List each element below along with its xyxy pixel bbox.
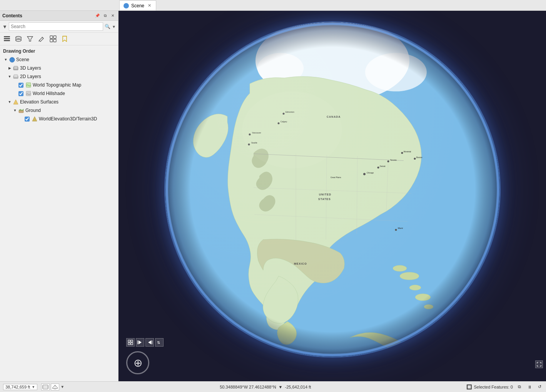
2d-layers-item[interactable]: ▼ 2D Layers	[0, 72, 118, 81]
pause-button[interactable]: ⏸	[526, 384, 533, 390]
scene-expand[interactable]: ▼	[3, 57, 8, 62]
svg-rect-24	[19, 110, 23, 113]
svg-rect-12	[50, 39, 53, 42]
3d-layers-expand[interactable]: ▶	[7, 65, 12, 71]
svg-line-9	[39, 40, 39, 42]
ground-expand[interactable]: ▼	[12, 108, 18, 113]
world-hillshade-checkbox[interactable]	[18, 91, 23, 96]
world-topo-item[interactable]: World Topographic Map	[0, 81, 118, 89]
prev-extent-button[interactable]	[136, 338, 144, 347]
world-hillshade-label: World Hillshade	[33, 91, 65, 96]
filter-layers-icon[interactable]	[25, 34, 35, 43]
view-buttons: ▼	[41, 384, 64, 390]
selected-features-display: 🔲 Selected Features: 0	[466, 384, 513, 390]
main-area: Contents 📌 ⧉ ✕ ▼ 🔍 ▼	[0, 11, 546, 381]
coord-dropdown[interactable]: ▼	[279, 385, 283, 389]
svg-rect-71	[128, 340, 130, 342]
globe: Edmonton Calgary Vancouver Seattle Chica…	[165, 22, 500, 357]
layer-toolbar	[0, 33, 118, 45]
close-panel-button[interactable]: ✕	[110, 13, 116, 19]
svg-rect-73	[128, 343, 130, 345]
ground-item[interactable]: ▼ Ground	[0, 106, 118, 115]
map-view[interactable]: Edmonton Calgary Vancouver Seattle Chica…	[119, 11, 546, 381]
layer-list-icon[interactable]	[2, 34, 12, 43]
scale-dropdown-icon[interactable]: ▼	[32, 385, 35, 389]
ground-icon	[18, 107, 25, 114]
2d-layers-expand[interactable]: ▼	[7, 74, 12, 79]
search-input[interactable]	[9, 22, 103, 31]
svg-rect-2	[4, 40, 10, 41]
rotate-button[interactable]: ⇅	[155, 338, 164, 347]
3d-layers-icon	[12, 65, 19, 72]
tab-close-button[interactable]: ✕	[147, 3, 152, 8]
cylinder-icon[interactable]	[14, 34, 23, 43]
svg-marker-77	[148, 340, 151, 344]
svg-point-6	[16, 40, 21, 42]
svg-point-70	[242, 91, 342, 168]
2d-layers-label: 2D Layers	[20, 74, 41, 79]
drawing-order-label: Drawing Order	[0, 46, 118, 55]
2d-view-button[interactable]	[41, 384, 50, 390]
expand-button[interactable]	[535, 360, 543, 368]
svg-rect-20	[14, 75, 18, 77]
world-topo-icon	[25, 82, 32, 88]
scene-tab[interactable]: Scene ✕	[119, 0, 156, 10]
world-elevation-label: WorldElevation3D/Terrain3D	[39, 116, 97, 122]
copy-button[interactable]: ⧉	[516, 384, 523, 390]
pin-button[interactable]: 📌	[94, 13, 100, 19]
sidebar-title: Contents	[2, 13, 22, 18]
scale-display[interactable]: 38,742,659 ft ▼	[3, 384, 37, 390]
svg-rect-18	[14, 66, 18, 69]
tab-label: Scene	[131, 3, 144, 8]
world-topo-label: World Topographic Map	[33, 82, 81, 88]
svg-rect-10	[50, 36, 53, 38]
add-group-icon[interactable]	[48, 34, 58, 43]
3d-layers-label: 3D Layers	[20, 65, 41, 71]
status-right: 🔲 Selected Features: 0 ⧉ ⏸ ↺	[466, 384, 543, 390]
2d-layers-icon	[12, 73, 19, 80]
elevation-expand[interactable]: ▼	[7, 99, 12, 105]
ground-label: Ground	[25, 108, 41, 113]
refresh-button[interactable]: ↺	[536, 384, 543, 390]
compass[interactable]: ⊕	[126, 351, 149, 374]
float-button[interactable]: ⧉	[102, 13, 108, 19]
globe-map: Edmonton Calgary Vancouver Seattle Chica…	[165, 22, 500, 357]
scene-label: Scene	[16, 57, 29, 62]
svg-text:⇅: ⇅	[157, 340, 160, 345]
coordinate-value: 50.3488849°W 27.4612488°N	[220, 385, 276, 389]
coordinate-display: 50.3488849°W 27.4612488°N ▼ -25,642,014 …	[68, 385, 463, 389]
sidebar-controls: 📌 ⧉ ✕	[94, 13, 116, 19]
nav-controls: ⇅	[126, 338, 164, 347]
svg-marker-23	[13, 100, 18, 104]
view-dropdown-icon[interactable]: ▼	[60, 385, 64, 389]
3d-layers-item[interactable]: ▶ 3D Layers	[0, 64, 118, 72]
features-icon: 🔲	[466, 384, 472, 390]
search-options-button[interactable]: ▼	[112, 25, 116, 29]
3d-view-button[interactable]	[51, 384, 59, 390]
svg-rect-0	[4, 36, 10, 37]
world-elevation-checkbox[interactable]	[25, 117, 30, 122]
world-hillshade-item[interactable]: World Hillshade	[0, 89, 118, 98]
compass-ring: ⊕	[126, 351, 149, 374]
sidebar-header: Contents 📌 ⧉ ✕	[0, 11, 118, 21]
bookmark-icon[interactable]	[60, 34, 69, 43]
world-hillshade-icon	[25, 90, 32, 97]
next-extent-button[interactable]	[145, 338, 154, 347]
world-elevation-item[interactable]: WorldElevation3D/Terrain3D	[0, 115, 118, 123]
elevation-surfaces-label: Elevation Surfaces	[20, 99, 58, 105]
filter-icon: ▼	[2, 24, 7, 30]
elevation-value: -25,642,014 ft	[285, 385, 311, 389]
elevation-surfaces-item[interactable]: ▼ Elevation Surfaces	[0, 98, 118, 106]
svg-rect-72	[131, 340, 133, 342]
svg-rect-11	[53, 36, 56, 38]
zoom-extent-button[interactable]	[126, 338, 135, 347]
world-elevation-icon	[31, 115, 38, 122]
svg-rect-74	[131, 343, 133, 345]
selected-features-label: Selected Features: 0	[474, 385, 513, 389]
edit-icon[interactable]	[37, 34, 46, 43]
svg-rect-22	[26, 91, 31, 96]
svg-marker-25	[32, 117, 37, 121]
world-topo-checkbox[interactable]	[18, 83, 23, 88]
scene-item[interactable]: ▼ Scene	[0, 55, 118, 64]
search-button[interactable]: 🔍	[105, 24, 110, 29]
